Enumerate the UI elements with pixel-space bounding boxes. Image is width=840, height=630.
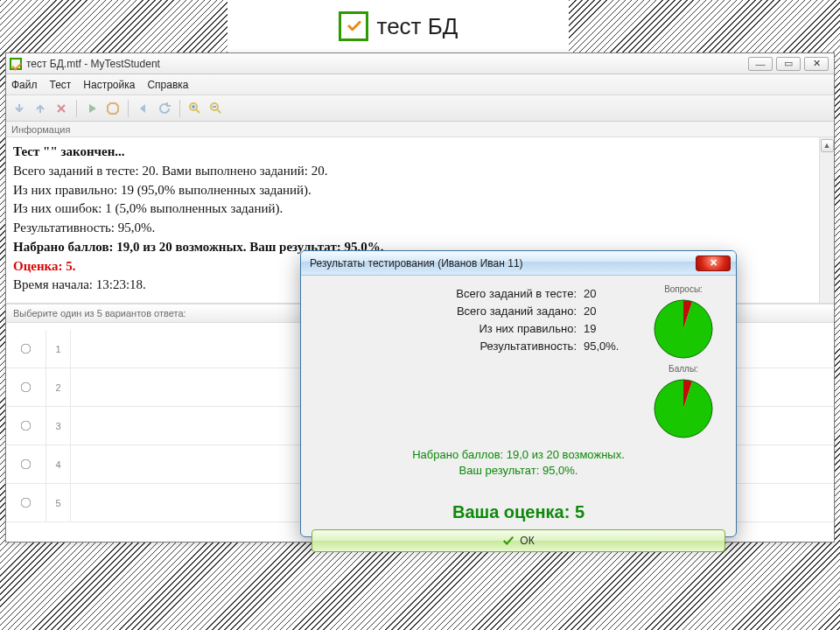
window-title: тест БД.mtf - MyTestStudent bbox=[26, 58, 160, 70]
close-button[interactable]: ✕ bbox=[804, 57, 829, 71]
stat-total-label: Всего заданий в тесте: bbox=[312, 287, 584, 300]
section-label-information: Информация bbox=[6, 122, 834, 137]
toolbar-separator bbox=[128, 100, 129, 117]
results-dialog: Результаты тестирования (Иванов Иван 11)… bbox=[300, 250, 737, 537]
play-icon[interactable] bbox=[84, 101, 100, 116]
pie-questions-label: Вопросы: bbox=[664, 284, 703, 294]
result-summary: Набрано баллов: 19,0 из 20 возможных. Ва… bbox=[312, 447, 725, 478]
info-finished: Тест "" закончен... bbox=[13, 144, 125, 158]
brand-title: тест БД bbox=[377, 13, 458, 40]
stat-effect-value: 95,0%. bbox=[584, 340, 633, 353]
pie-points-label: Баллы: bbox=[668, 364, 698, 374]
dialog-title: Результаты тестирования (Иванов Иван 11) bbox=[310, 257, 523, 270]
toolbar-separator bbox=[76, 100, 77, 117]
svg-marker-0 bbox=[108, 103, 118, 114]
minimize-icon: — bbox=[756, 59, 766, 69]
option-number: 5 bbox=[46, 484, 71, 522]
toolbar-separator bbox=[179, 100, 180, 117]
ok-button[interactable]: ОК bbox=[312, 529, 725, 552]
close-icon: ✕ bbox=[710, 257, 718, 269]
zoom-in-icon[interactable] bbox=[187, 101, 203, 116]
menu-help[interactable]: Справка bbox=[147, 79, 188, 91]
cancel-x-icon[interactable] bbox=[53, 101, 69, 116]
menu-file[interactable]: Файл bbox=[11, 79, 38, 91]
option-radio-2[interactable] bbox=[21, 382, 32, 393]
stat-effect-label: Результативность: bbox=[312, 340, 584, 353]
option-radio-1[interactable] bbox=[21, 344, 32, 354]
option-number: 1 bbox=[46, 330, 71, 368]
info-total: Всего заданий в тесте: 20. Вами выполнен… bbox=[13, 162, 816, 181]
toolbar bbox=[6, 95, 834, 122]
menu-settings[interactable]: Настройка bbox=[83, 79, 135, 91]
brand-bar: тест БД bbox=[228, 0, 569, 52]
titlebar[interactable]: тест БД.mtf - MyTestStudent — ▭ ✕ bbox=[6, 53, 834, 74]
option-number: 4 bbox=[46, 445, 71, 483]
stat-asked-label: Всего заданий задано: bbox=[312, 304, 584, 318]
pie-questions-icon bbox=[652, 298, 715, 360]
pie-points-icon bbox=[652, 377, 715, 440]
info-correct: Из них правильно: 19 (95,0% выполненных … bbox=[13, 181, 816, 200]
option-radio-3[interactable] bbox=[21, 421, 32, 431]
down-arrow-icon[interactable] bbox=[11, 101, 27, 116]
window-buttons: — ▭ ✕ bbox=[748, 57, 834, 71]
option-radio-5[interactable] bbox=[21, 498, 32, 508]
option-number: 3 bbox=[46, 407, 71, 444]
back-icon[interactable] bbox=[136, 101, 151, 116]
app-icon bbox=[10, 58, 22, 70]
minimize-button[interactable]: — bbox=[748, 57, 773, 71]
dialog-titlebar[interactable]: Результаты тестирования (Иванов Иван 11)… bbox=[301, 251, 736, 276]
maximize-button[interactable]: ▭ bbox=[776, 57, 801, 71]
option-radio-4[interactable] bbox=[21, 459, 32, 470]
menu-test[interactable]: Тест bbox=[50, 79, 72, 91]
option-number: 2 bbox=[46, 368, 71, 406]
dialog-close-button[interactable]: ✕ bbox=[696, 256, 731, 271]
info-wrong: Из них ошибок: 1 (5,0% выполненных задан… bbox=[13, 200, 816, 219]
maximize-icon: ▭ bbox=[784, 58, 793, 69]
stat-asked-value: 20 bbox=[584, 304, 633, 318]
stat-correct-value: 19 bbox=[584, 322, 633, 335]
final-grade: Ваша оценка: 5 bbox=[312, 502, 725, 522]
ok-label: ОК bbox=[520, 535, 534, 547]
stop-icon[interactable] bbox=[105, 101, 121, 116]
check-icon bbox=[502, 535, 514, 547]
zoom-out-icon[interactable] bbox=[208, 101, 224, 116]
scrollbar[interactable]: ▲ bbox=[819, 137, 834, 303]
stat-correct-label: Из них правильно: bbox=[312, 322, 584, 335]
stat-total-value: 20 bbox=[584, 287, 633, 300]
stats-text: Всего заданий в тесте:20 Всего заданий з… bbox=[312, 284, 633, 440]
brand-logo-icon bbox=[339, 11, 368, 41]
menubar: Файл Тест Настройка Справка bbox=[6, 74, 834, 95]
scroll-up-icon[interactable]: ▲ bbox=[821, 139, 834, 152]
info-effectiveness: Результативность: 95,0%. bbox=[13, 219, 816, 238]
up-arrow-icon[interactable] bbox=[32, 101, 48, 116]
close-icon: ✕ bbox=[813, 58, 821, 69]
refresh-icon[interactable] bbox=[157, 101, 172, 116]
